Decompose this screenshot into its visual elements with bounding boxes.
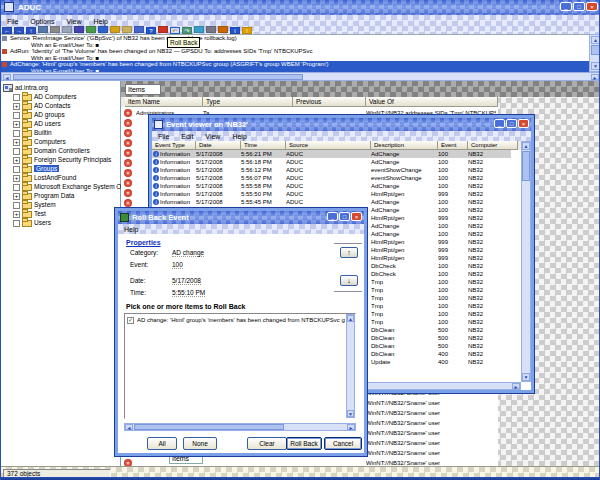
scroll-thumb[interactable]: [134, 424, 284, 430]
minimize-icon[interactable]: _: [494, 119, 505, 128]
checklist-item[interactable]: ✓AD change: 'Html' group's 'members' has…: [127, 316, 345, 325]
event-row[interactable]: Information5/17/20085:56:18 PMADUCAdChan…: [152, 158, 511, 166]
report-icon[interactable]: [134, 26, 144, 33]
scroll-up-icon[interactable]: ▲: [347, 315, 354, 322]
sidebar-item-microsoft-exchange-system-objects[interactable]: Microsoft Exchange System Objects: [13, 182, 138, 191]
move-down-button[interactable]: ↓: [340, 275, 358, 286]
scroll-down-icon[interactable]: ▼: [347, 410, 354, 417]
cancel-button[interactable]: Cancel: [324, 437, 362, 450]
scroll-left-icon[interactable]: ◄: [125, 424, 133, 430]
close-icon[interactable]: ×: [351, 212, 362, 221]
chart-icon[interactable]: [218, 26, 228, 33]
column-header-previous[interactable]: Previous: [293, 97, 366, 107]
expand-icon[interactable]: +: [13, 157, 20, 164]
close-icon[interactable]: ×: [586, 2, 598, 11]
mail-icon[interactable]: [122, 26, 132, 33]
column-header-description[interactable]: Description: [371, 141, 438, 150]
expander-box-icon[interactable]: [13, 184, 20, 191]
column-header-computer[interactable]: Computer: [468, 141, 518, 150]
expander-box-icon[interactable]: [13, 130, 20, 137]
scroll-right-icon[interactable]: ►: [347, 424, 355, 430]
sidebar-item-system[interactable]: System: [13, 200, 56, 209]
sidebar-item-test[interactable]: +Test: [13, 209, 46, 218]
gear-icon[interactable]: [206, 26, 216, 33]
event-row[interactable]: Information5/17/20085:55:58 PMADUCAdChan…: [152, 182, 511, 190]
scroll-down-icon[interactable]: ▼: [522, 373, 530, 381]
log-vertical-scrollbar[interactable]: ▲ ▼: [589, 34, 600, 72]
print-icon[interactable]: [50, 26, 60, 33]
checklist-horizontal-scrollbar[interactable]: ◄ ►: [124, 423, 356, 431]
scroll-right-icon[interactable]: ►: [591, 74, 599, 80]
up-icon[interactable]: ↑: [26, 27, 36, 34]
scroll-down-icon[interactable]: ▼: [591, 62, 600, 70]
roll-back-button[interactable]: Roll Back: [286, 437, 322, 450]
event-row[interactable]: Information5/17/20085:56:07 PMADUCeventS…: [152, 174, 511, 182]
info-icon[interactable]: i: [230, 27, 240, 34]
event-row[interactable]: Information5/17/20085:56:12 PMADUCeventS…: [152, 166, 511, 174]
sidebar-item-ad-computers[interactable]: AD Computers: [13, 92, 77, 101]
search-icon[interactable]: [62, 26, 72, 33]
none-button[interactable]: None: [183, 437, 217, 450]
close-icon[interactable]: ×: [518, 119, 529, 128]
sidebar-item-builtin[interactable]: Builtin: [13, 128, 52, 137]
checklist-vertical-scrollbar[interactable]: ▲ ▼: [346, 314, 355, 418]
add-user-icon[interactable]: [194, 26, 204, 33]
back-icon[interactable]: ←: [2, 27, 12, 34]
column-header-type[interactable]: Type: [203, 97, 293, 107]
column-header-time[interactable]: Time: [241, 141, 286, 150]
move-up-button[interactable]: ↑: [340, 247, 358, 258]
event-viewer-vertical-scrollbar[interactable]: ▲ ▼: [521, 141, 531, 382]
clear-button[interactable]: Clear: [247, 437, 287, 450]
scroll-thumb[interactable]: [522, 151, 530, 181]
sidebar-item-ad-intra-org[interactable]: ad.intra.org: [3, 83, 48, 92]
expander-box-icon[interactable]: [13, 220, 20, 227]
users-icon[interactable]: [98, 26, 108, 33]
expander-box-icon[interactable]: [13, 94, 20, 101]
sidebar-item-ad-contacts[interactable]: +AD Contacts: [13, 101, 71, 110]
expander-box-icon[interactable]: [13, 166, 20, 173]
all-button[interactable]: All: [147, 437, 177, 450]
column-header-event[interactable]: Event: [438, 141, 468, 150]
log-horizontal-scrollbar[interactable]: ◄ ►: [1, 72, 600, 81]
sidebar-item-lostandfound[interactable]: +LostAndFound: [13, 173, 76, 182]
expander-box-icon[interactable]: [13, 112, 20, 119]
scroll-left-icon[interactable]: ◄: [3, 74, 11, 80]
expand-icon[interactable]: +: [13, 121, 20, 128]
expander-box-icon[interactable]: [13, 202, 20, 209]
sidebar-item-ad-users[interactable]: +AD users: [13, 119, 61, 128]
maximize-icon[interactable]: □: [506, 119, 517, 128]
key-icon[interactable]: [110, 26, 120, 33]
column-header-source[interactable]: Source: [286, 141, 371, 150]
forward-icon[interactable]: →: [14, 27, 24, 34]
event-row[interactable]: Information5/17/20085:55:50 PMADUCHtmlRp…: [152, 190, 511, 198]
expand-icon[interactable]: +: [13, 193, 20, 200]
user-icon[interactable]: [86, 26, 96, 33]
scroll-up-icon[interactable]: ▲: [591, 36, 600, 44]
sidebar-item-users[interactable]: Users: [13, 218, 51, 227]
scroll-thumb[interactable]: [13, 74, 303, 80]
expand-icon[interactable]: +: [13, 103, 20, 110]
redo-icon[interactable]: ↷: [182, 27, 192, 34]
column-header-event-type[interactable]: Event Type: [152, 141, 196, 150]
sidebar-item-ad-groups[interactable]: AD groups: [13, 110, 65, 119]
sidebar-item-foreign-security-principals[interactable]: +Foreign Security Principals: [13, 155, 111, 164]
minimize-icon[interactable]: _: [560, 2, 572, 11]
expand-icon[interactable]: +: [13, 211, 20, 218]
expand-icon[interactable]: +: [13, 175, 20, 182]
maximize-icon[interactable]: □: [339, 212, 350, 221]
scroll-thumb[interactable]: [591, 45, 600, 55]
checkbox-icon[interactable]: ✓: [127, 317, 134, 324]
event-row[interactable]: Information5/17/20085:56:21 PMADUCAdChan…: [152, 150, 511, 158]
alert-icon[interactable]: !: [242, 27, 252, 34]
sidebar-item-domain-controllers[interactable]: Domain Controllers: [13, 146, 90, 155]
stop-icon[interactable]: [158, 26, 168, 33]
column-header-date[interactable]: Date: [196, 141, 241, 150]
sidebar-item-groups[interactable]: Groups: [13, 164, 59, 173]
rollback-menu-item-help[interactable]: Help: [118, 224, 144, 236]
column-header-item-name[interactable]: Item Name: [125, 97, 203, 107]
sidebar-item-program-data[interactable]: +Program Data: [13, 191, 74, 200]
event-row[interactable]: Information5/17/20085:55:45 PMADUCAdChan…: [152, 198, 511, 206]
minimize-icon[interactable]: _: [327, 212, 338, 221]
scroll-right-icon[interactable]: ►: [512, 383, 520, 389]
sidebar-item-computers[interactable]: +Computers: [13, 137, 66, 146]
